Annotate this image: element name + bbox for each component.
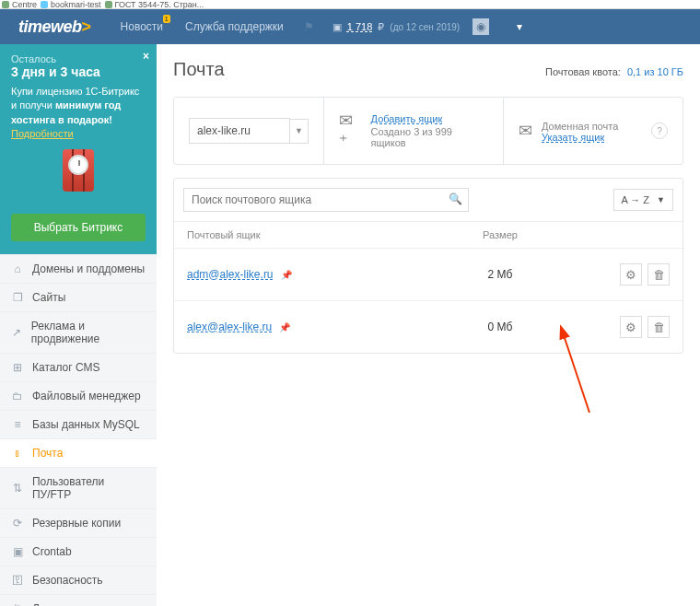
account-dropdown[interactable]: ▾ <box>508 15 531 39</box>
menu-icon: ⚐ <box>11 602 24 606</box>
nav-support[interactable]: Служба поддержки <box>174 20 295 33</box>
pin-icon[interactable]: 📌 <box>279 322 290 332</box>
close-icon[interactable]: × <box>143 50 149 63</box>
menu-label: Резервные копии <box>32 517 121 530</box>
menu-icon: ⚿ <box>11 574 24 587</box>
logo[interactable]: timeweb> <box>0 17 110 37</box>
flag-icon[interactable]: ⚑ <box>304 20 314 33</box>
col-header-name: Почтовый ящик <box>187 229 445 240</box>
table-row: adm@alex-like.ru📌 2 Мб ⚙ 🗑 <box>174 248 682 300</box>
sidebar-item[interactable]: ❐Сайты <box>0 283 157 311</box>
promo-banner: × Осталось 3 дня и 3 часа Купи лицензию … <box>0 44 157 254</box>
trash-icon[interactable]: 🗑 <box>648 316 670 338</box>
mailbox-link[interactable]: alex@alex-like.ru <box>187 320 272 333</box>
sidebar-item[interactable]: ⫾Почта <box>0 438 157 467</box>
menu-icon: ↗ <box>11 326 23 339</box>
set-domain-mail-link[interactable]: Указать ящик <box>542 132 604 143</box>
table-row: alex@alex-like.ru📌 0 Мб ⚙ 🗑 <box>174 300 682 353</box>
menu-label: Реклама и продвижение <box>31 320 146 345</box>
search-input[interactable] <box>183 188 469 212</box>
chevron-down-icon: ▼ <box>657 195 665 204</box>
promo-details-link[interactable]: Подробности <box>11 128 74 139</box>
menu-icon: 🗀 <box>11 390 24 402</box>
search-icon[interactable]: 🔍 <box>449 192 462 205</box>
size-cell: 2 Мб <box>445 268 555 281</box>
menu-label: Почта <box>32 447 63 460</box>
menu-icon: ⫾ <box>11 447 24 460</box>
col-header-size: Размер <box>445 229 555 240</box>
sidebar-item[interactable]: ⚐Логи <box>0 594 157 606</box>
balance[interactable]: ▣ 1 718 ₽ (до 12 сен 2019) <box>332 21 460 33</box>
menu-label: Сайты <box>32 291 65 304</box>
trash-icon[interactable]: 🗑 <box>648 263 670 286</box>
mailbox-link[interactable]: adm@alex-like.ru <box>187 268 274 281</box>
menu-icon: ⌂ <box>11 262 24 275</box>
menu-label: Файловый менеджер <box>32 390 141 402</box>
promo-cta-button[interactable]: Выбрать Битрикс <box>11 214 146 241</box>
sidebar-item[interactable]: ⚿Безопасность <box>0 565 157 594</box>
sidebar-item[interactable]: ⇅Пользователи ПУ/FTP <box>0 467 157 508</box>
menu-label: Безопасность <box>32 574 103 587</box>
wallet-icon: ▣ <box>332 21 342 33</box>
sidebar-item[interactable]: ⌂Домены и поддомены <box>0 254 157 283</box>
quota-info: Почтовая квота: 0,1 из 10 ГБ <box>545 66 683 77</box>
nav-news[interactable]: Новости1 <box>110 20 174 33</box>
menu-label: Домены и поддомены <box>32 262 145 275</box>
menu-label: Crontab <box>32 545 72 558</box>
menu-icon: ⟳ <box>11 517 24 530</box>
mail-icon: ✉ <box>519 121 532 141</box>
sidebar-item[interactable]: ↗Реклама и продвижение <box>0 311 157 353</box>
sidebar-item[interactable]: ⟳Резервные копии <box>0 508 157 537</box>
menu-icon: ⇅ <box>11 482 24 495</box>
gear-icon[interactable]: ⚙ <box>620 263 642 286</box>
menu-icon: ≡ <box>11 418 24 431</box>
dynamite-icon <box>55 149 101 204</box>
menu-label: Пользователи ПУ/FTP <box>32 475 146 501</box>
avatar[interactable]: ◉ <box>472 18 489 35</box>
sort-dropdown[interactable]: A → Z▼ <box>613 189 673 211</box>
gear-icon[interactable]: ⚙ <box>620 316 642 338</box>
browser-tab[interactable]: bookmari-test <box>51 0 101 9</box>
domain-select[interactable]: ▼ <box>189 118 309 144</box>
menu-label: Логи <box>32 602 56 606</box>
news-badge: 1 <box>163 15 170 23</box>
sidebar-item[interactable]: ≡Базы данных MySQL <box>0 410 157 438</box>
page-title: Почта <box>173 59 225 80</box>
browser-tab[interactable]: Centre <box>12 0 37 9</box>
browser-tab[interactable]: ГОСТ 3544-75. Стран... <box>115 0 204 9</box>
sidebar-item[interactable]: ▣Crontab <box>0 537 157 565</box>
chevron-down-icon[interactable]: ▼ <box>290 119 309 144</box>
menu-icon: ❐ <box>11 291 24 304</box>
quota-link[interactable]: 0,1 из 10 ГБ <box>627 66 683 77</box>
help-icon[interactable]: ? <box>651 122 668 139</box>
domain-input[interactable] <box>189 118 290 144</box>
menu-icon: ▣ <box>11 545 24 558</box>
size-cell: 0 Мб <box>445 320 555 333</box>
sidebar-item[interactable]: 🗀Файловый менеджер <box>0 381 157 410</box>
menu-label: Каталог CMS <box>32 361 100 374</box>
menu-icon: ⊞ <box>11 361 24 374</box>
add-mailbox-link[interactable]: Добавить ящик <box>371 113 443 124</box>
pin-icon[interactable]: 📌 <box>281 270 292 280</box>
card-icon: ✉⁺ <box>339 111 362 151</box>
sidebar-item[interactable]: ⊞Каталог CMS <box>0 353 157 381</box>
menu-label: Базы данных MySQL <box>32 418 140 431</box>
